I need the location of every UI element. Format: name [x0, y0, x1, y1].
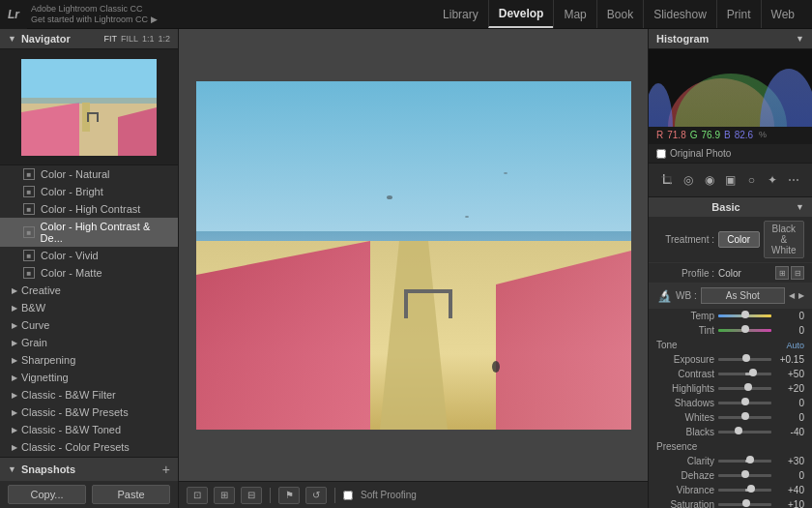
highlights-thumb[interactable] — [744, 383, 752, 391]
group-label: Sharpening — [21, 354, 75, 366]
bw-treatment-btn[interactable]: Black & White — [764, 221, 805, 258]
r-value: 71.8 — [667, 130, 685, 140]
tone-header-row: Tone Auto — [649, 338, 812, 352]
temp-thumb[interactable] — [741, 311, 749, 318]
more-options-tool[interactable]: ⋯ — [783, 169, 804, 191]
nav-map[interactable]: Map — [553, 0, 595, 28]
profile-row: Profile : Color ⊞ ⊟ — [649, 263, 812, 284]
navigator-header[interactable]: ▼ Navigator FIT FILL 1:1 1:2 — [0, 29, 178, 49]
clarity-row: Clarity +30 — [649, 454, 812, 468]
1to1-btn[interactable]: 1:1 — [142, 34, 155, 44]
wb-value-select[interactable]: As Shot — [701, 287, 785, 304]
contrast-thumb[interactable] — [749, 369, 757, 376]
view-grid-btn[interactable]: ⊡ — [187, 487, 208, 504]
vibrance-row: Vibrance +40 — [649, 483, 812, 497]
contrast-label: Contrast — [656, 369, 714, 379]
color-treatment-btn[interactable]: Color — [718, 231, 760, 248]
whites-thumb[interactable] — [741, 412, 749, 420]
original-photo-checkbox[interactable] — [656, 149, 666, 159]
preset-group-classic-color[interactable]: ▶ Classic - Color Presets — [0, 438, 178, 456]
tone-auto-btn[interactable]: Auto — [786, 341, 804, 350]
paste-button[interactable]: Paste — [92, 485, 170, 504]
view-compare-btn[interactable]: ⊞ — [214, 487, 235, 504]
vibrance-slider[interactable] — [718, 489, 771, 492]
radial-filter-tool[interactable]: ○ — [740, 169, 762, 191]
svg-rect-29 — [670, 176, 672, 185]
clarity-thumb[interactable] — [746, 456, 754, 463]
snapshots-add-button[interactable]: + — [162, 462, 170, 477]
preset-group-bw[interactable]: ▶ B&W — [0, 299, 178, 316]
preset-group-vignetting[interactable]: ▶ Vignetting — [0, 369, 178, 386]
preset-color-high-contrast[interactable]: ■ Color - High Contrast — [0, 200, 178, 218]
blacks-thumb[interactable] — [735, 427, 742, 434]
exposure-slider[interactable] — [718, 358, 771, 361]
profile-grid-btn-2[interactable]: ⊟ — [791, 266, 804, 280]
fit-btn[interactable]: FIT — [103, 34, 117, 44]
shadows-thumb[interactable] — [741, 398, 749, 405]
preset-icon: ■ — [23, 186, 35, 197]
nav-library[interactable]: Library — [433, 0, 488, 28]
wb-left-arrow[interactable]: ◀ — [789, 291, 795, 300]
temp-slider[interactable] — [718, 314, 771, 317]
histogram-header[interactable]: Histogram ▼ — [649, 29, 812, 49]
preset-label: Color - Natural — [41, 168, 110, 180]
fill-btn[interactable]: FILL — [121, 34, 138, 44]
contrast-slider[interactable] — [718, 373, 771, 375]
basic-collapse-icon: ▼ — [796, 202, 804, 212]
rotate-btn[interactable]: ↺ — [305, 487, 327, 504]
app-subtitle[interactable]: Get started with Lightroom CC ▶ — [31, 15, 158, 25]
clarity-slider[interactable] — [718, 460, 771, 463]
wb-right-arrow[interactable]: ▶ — [798, 291, 804, 300]
preset-color-bright[interactable]: ■ Color - Bright — [0, 183, 178, 200]
tint-slider[interactable] — [718, 329, 771, 332]
nav-web[interactable]: Web — [761, 0, 804, 28]
nav-develop[interactable]: Develop — [488, 0, 554, 28]
preset-group-classic-bw-filter[interactable]: ▶ Classic - B&W Filter — [0, 386, 178, 403]
1to2-btn[interactable]: 1:2 — [158, 34, 170, 44]
preset-group-grain[interactable]: ▶ Grain — [0, 334, 178, 351]
nav-book[interactable]: Book — [596, 0, 643, 28]
snapshots-header[interactable]: ▼ Snapshots + — [0, 458, 178, 481]
adjustment-brush-tool[interactable]: ✦ — [762, 169, 783, 191]
preset-group-creative[interactable]: ▶ Creative — [0, 282, 178, 299]
tint-thumb[interactable] — [741, 325, 749, 333]
wb-eyedropper-tool[interactable]: 🔬 — [656, 288, 672, 304]
nav-slideshow[interactable]: Slideshow — [643, 0, 716, 28]
whites-value: 0 — [775, 412, 804, 423]
dehaze-slider[interactable] — [718, 474, 771, 477]
copy-button[interactable]: Copy... — [8, 485, 86, 504]
red-eye-tool[interactable]: ◉ — [699, 169, 720, 191]
basic-section-header[interactable]: Basic ▼ — [649, 197, 812, 217]
highlights-slider[interactable] — [718, 387, 771, 390]
vibrance-thumb[interactable] — [747, 485, 755, 493]
dehaze-thumb[interactable] — [741, 470, 749, 478]
preset-icon: ■ — [23, 203, 35, 215]
profile-grid-btn-1[interactable]: ⊞ — [775, 266, 789, 280]
histogram-rgb-values: R 71.8 G 76.9 B 82.6 % — [649, 127, 812, 144]
shadows-row: Shadows 0 — [649, 396, 812, 410]
preset-group-sharpening[interactable]: ▶ Sharpening — [0, 351, 178, 369]
view-survey-btn[interactable]: ⊟ — [241, 487, 262, 504]
profile-select[interactable]: Color — [718, 268, 771, 279]
preset-group-classic-bw-toned[interactable]: ▶ Classic - B&W Toned — [0, 421, 178, 438]
whites-slider[interactable] — [718, 416, 771, 419]
preset-color-vivid[interactable]: ■ Color - Vivid — [0, 247, 178, 264]
snapshots-title: Snapshots — [21, 463, 162, 475]
blacks-slider[interactable] — [718, 431, 771, 433]
saturation-thumb[interactable] — [742, 499, 750, 507]
preset-group-classic-bw-presets[interactable]: ▶ Classic - B&W Presets — [0, 403, 178, 421]
preset-group-curve[interactable]: ▶ Curve — [0, 316, 178, 334]
crop-tool[interactable] — [656, 169, 678, 191]
shadows-slider[interactable] — [718, 402, 771, 404]
svg-rect-17 — [449, 289, 452, 318]
saturation-slider[interactable] — [718, 503, 771, 506]
exposure-thumb[interactable] — [742, 354, 750, 362]
nav-print[interactable]: Print — [716, 0, 761, 28]
gradient-filter-tool[interactable]: ▣ — [720, 169, 741, 191]
preset-color-natural[interactable]: ■ Color - Natural — [0, 165, 178, 183]
preset-color-matte[interactable]: ■ Color - Matte — [0, 264, 178, 282]
spot-removal-tool[interactable]: ◎ — [678, 169, 699, 191]
preset-color-high-contrast-de[interactable]: ■ Color - High Contrast & De... — [0, 218, 178, 247]
soft-proofing-checkbox[interactable] — [343, 491, 353, 500]
flag-btn[interactable]: ⚑ — [278, 487, 300, 504]
